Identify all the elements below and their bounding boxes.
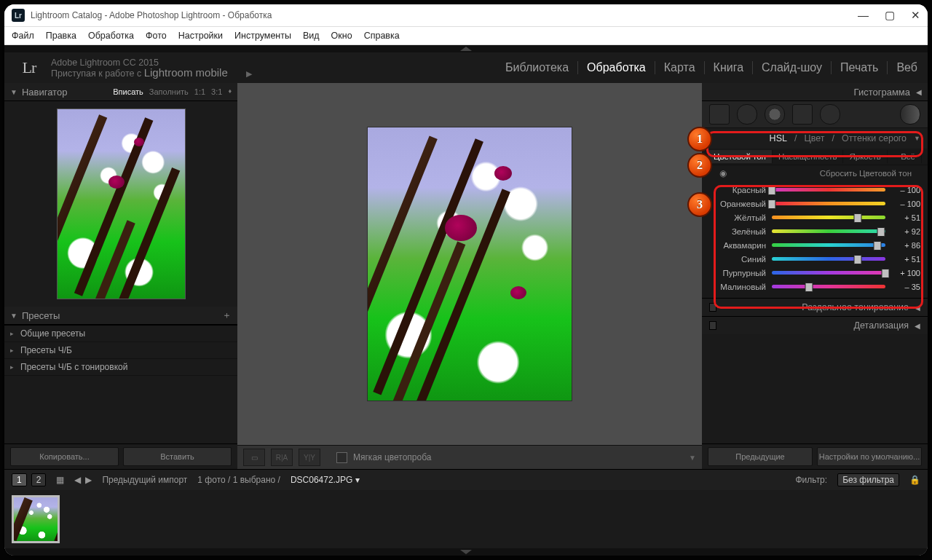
hsl-panel-header[interactable]: HSL / Цвет / Оттенки серого ▼ [702, 128, 928, 149]
hue-slider[interactable]: Аквамарин+ 86 [709, 238, 920, 252]
color-tab[interactable]: Цвет [804, 133, 824, 143]
module-map[interactable]: Карта [664, 61, 695, 74]
before-after-tb-button[interactable]: Y|Y [299, 449, 320, 466]
preset-folder[interactable]: Общие пресеты [4, 326, 237, 342]
slider-handle[interactable] [853, 213, 861, 223]
slider-handle[interactable] [805, 283, 813, 292]
menu-file[interactable]: Файл [12, 31, 34, 41]
slider-value[interactable]: – 100 [891, 186, 920, 194]
hue-slider[interactable]: Жёлтый+ 51 [709, 210, 920, 224]
panel-switch-icon[interactable] [709, 303, 716, 312]
zoom-fill[interactable]: Заполнить [149, 87, 189, 96]
slider-track[interactable] [772, 271, 885, 275]
view-pill-2[interactable]: 2 [31, 473, 47, 486]
hue-slider[interactable]: Синий+ 51 [709, 252, 920, 266]
slider-handle[interactable] [874, 241, 882, 251]
module-develop[interactable]: Обработка [587, 61, 646, 74]
slider-value[interactable]: – 100 [891, 200, 920, 208]
filmstrip[interactable] [4, 490, 928, 548]
hue-slider[interactable]: Зелёный+ 92 [709, 224, 920, 238]
subtab-luminance[interactable]: Яркость [843, 150, 887, 163]
image-canvas[interactable] [237, 83, 702, 445]
before-after-lr-button[interactable]: R|A [271, 449, 293, 466]
menu-tools[interactable]: Инструменты [234, 31, 291, 41]
menu-view[interactable]: Вид [303, 31, 320, 41]
target-adjust-icon[interactable]: ◉ [719, 168, 727, 178]
hue-slider[interactable]: Оранжевый– 100 [709, 197, 920, 210]
spot-tool[interactable] [737, 104, 757, 125]
preset-folder[interactable]: Пресеты Ч/Б с тонировкой [4, 359, 237, 376]
panel-switch-icon[interactable] [709, 321, 716, 330]
slider-handle[interactable] [853, 255, 861, 264]
loupe-view-button[interactable]: ▭ [243, 449, 265, 466]
menu-settings[interactable]: Настройки [178, 31, 223, 41]
crop-tool[interactable] [709, 104, 730, 125]
radial-tool[interactable] [820, 104, 840, 125]
slider-track[interactable] [772, 285, 885, 288]
grid-icon[interactable]: ▦ [56, 475, 64, 485]
module-library[interactable]: Библиотека [505, 61, 569, 74]
slider-value[interactable]: – 35 [891, 283, 920, 291]
filter-lock-icon[interactable]: 🔒 [909, 475, 920, 485]
slider-value[interactable]: + 51 [891, 255, 920, 264]
slider-track[interactable] [772, 216, 885, 219]
split-toning-header[interactable]: Раздельное тонирование ◀ [702, 298, 928, 316]
detail-header[interactable]: Детализация ◀ [702, 316, 928, 334]
filmstrip-thumbnail[interactable] [12, 495, 60, 543]
slider-track[interactable] [772, 188, 885, 192]
view-pill-1[interactable]: 1 [12, 473, 27, 486]
bottom-panel-toggle[interactable] [4, 548, 928, 556]
paste-button[interactable]: Вставить [123, 447, 232, 466]
slider-value[interactable]: + 92 [891, 227, 920, 236]
minimize-button[interactable]: — [858, 9, 869, 22]
filter-dropdown[interactable]: Без фильтра [837, 473, 899, 486]
previous-button[interactable]: Предыдущие [708, 447, 813, 466]
subtab-hue[interactable]: Цветовой тон [708, 150, 773, 163]
nav-prev-icon[interactable]: ◀ [74, 475, 81, 485]
slider-value[interactable]: + 100 [891, 269, 920, 277]
preset-folder[interactable]: Пресеты Ч/Б [4, 342, 237, 359]
gradient-tool[interactable] [792, 104, 813, 125]
module-book[interactable]: Книга [714, 61, 743, 74]
slider-handle[interactable] [877, 227, 885, 237]
menu-photo[interactable]: Фото [146, 31, 167, 41]
histogram-header[interactable]: Гистограмма ◀ [702, 83, 928, 101]
nav-next-icon[interactable]: ▶ [85, 475, 92, 485]
redeye-tool[interactable] [765, 104, 785, 125]
slider-track[interactable] [772, 243, 885, 247]
navigator-header[interactable]: ▼ Навигатор Вписать Заполнить 1:1 3:1 ♦ [4, 83, 237, 101]
copy-button[interactable]: Копировать... [10, 447, 119, 466]
slider-track[interactable] [772, 229, 885, 233]
module-print[interactable]: Печать [840, 61, 878, 74]
menu-edit[interactable]: Правка [46, 31, 76, 41]
slider-value[interactable]: + 86 [891, 241, 920, 250]
hue-slider[interactable]: Пурпурный+ 100 [709, 266, 920, 280]
maximize-button[interactable]: ▢ [885, 9, 895, 22]
zoom-more-icon[interactable]: ♦ [228, 87, 232, 96]
slider-value[interactable]: + 51 [891, 213, 920, 222]
brush-tool[interactable] [900, 104, 920, 125]
source-label[interactable]: Предыдущий импорт [102, 475, 187, 485]
presets-header[interactable]: ▼ Пресеты ＋ [4, 307, 237, 325]
slider-track[interactable] [772, 257, 885, 261]
slider-track[interactable] [772, 202, 885, 205]
menu-window[interactable]: Окно [331, 31, 352, 41]
hue-slider[interactable]: Красный– 100 [709, 183, 920, 197]
add-preset-icon[interactable]: ＋ [222, 309, 232, 322]
reset-defaults-button[interactable]: Настройки по умолчанию... [817, 447, 922, 466]
filename[interactable]: DSC06472.JPG ▾ [291, 475, 360, 485]
menu-help[interactable]: Справка [364, 31, 400, 41]
reset-hue[interactable]: Сбросить Цветовой тон [820, 169, 912, 178]
hsl-tab[interactable]: HSL [770, 133, 787, 143]
grayscale-tab[interactable]: Оттенки серого [842, 133, 907, 143]
close-button[interactable]: ✕ [911, 9, 920, 22]
slider-handle[interactable] [882, 269, 890, 278]
zoom-3-1[interactable]: 3:1 [211, 87, 222, 96]
subtab-saturation[interactable]: Насыщенность [773, 150, 844, 163]
navigator-preview[interactable] [4, 101, 237, 307]
zoom-1-1[interactable]: 1:1 [194, 87, 205, 96]
module-slideshow[interactable]: Слайд-шоу [762, 61, 822, 74]
hue-slider[interactable]: Малиновый– 35 [709, 280, 920, 293]
slider-handle[interactable] [768, 186, 776, 195]
toolbar-expand-icon[interactable]: ▼ [689, 454, 696, 462]
